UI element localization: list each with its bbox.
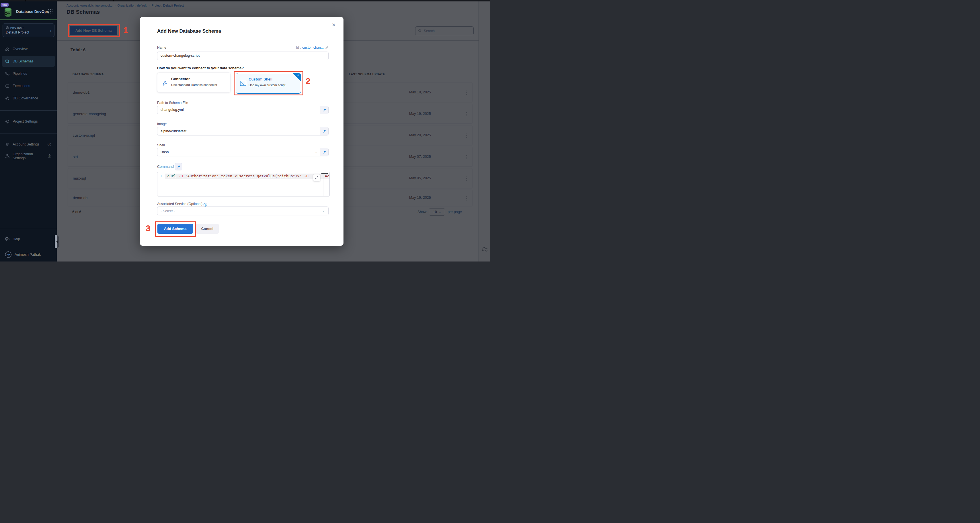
- info-icon: i: [48, 143, 51, 146]
- image-label: Image: [157, 122, 167, 126]
- divider: [0, 110, 57, 111]
- info-icon: i: [204, 203, 207, 206]
- command-code-line: curl -H 'Authorization: token <+secrets.…: [167, 174, 309, 178]
- window-top-strip: [0, 0, 490, 2]
- executions-icon: [5, 84, 10, 88]
- app-window: NEW Database DevOps PROJECT Default Proj…: [0, 0, 490, 262]
- path-label: Path to Schema File: [157, 101, 188, 105]
- annotation-number-step3: 3: [146, 223, 151, 233]
- associated-service-select[interactable]: - Select - ⌄: [157, 206, 329, 216]
- pin-runtime-input-icon[interactable]: [321, 106, 328, 114]
- id-value[interactable]: customchan...: [302, 46, 324, 49]
- shell-label: Shell: [157, 143, 165, 147]
- help-button[interactable]: ? Help: [2, 234, 55, 244]
- db-schema-icon: [5, 59, 10, 63]
- database-devops-logo: [2, 6, 14, 18]
- pin-runtime-input-icon[interactable]: [321, 127, 328, 135]
- cube-icon: [6, 26, 9, 29]
- chevron-down-icon: ⌄: [323, 209, 325, 212]
- connect-question: How do you want to connect to your data …: [157, 66, 244, 70]
- edit-pencil-icon[interactable]: [325, 46, 329, 49]
- annotation-number-step1: 1: [123, 25, 128, 35]
- annotation-box-step3: [155, 222, 196, 237]
- command-label: Command: [157, 165, 174, 169]
- sidebar-item-organization-settings[interactable]: Organization Settings i: [2, 151, 55, 162]
- cancel-button[interactable]: Cancel: [196, 224, 219, 234]
- project-selector[interactable]: PROJECT Default Project ›: [3, 24, 54, 37]
- editor-scrollbar[interactable]: [321, 173, 328, 174]
- sidebar-item-account-settings[interactable]: Account Settings i: [2, 139, 55, 150]
- new-badge: NEW: [1, 3, 9, 6]
- project-name: Default Project: [6, 30, 29, 34]
- governance-gear-icon: [5, 96, 10, 100]
- module-indicator-bar: [0, 19, 57, 21]
- connector-icon: [162, 79, 168, 87]
- settings-gear-icon: [5, 119, 10, 124]
- chevron-right-icon: ›: [50, 29, 51, 33]
- sidebar-item-project-settings[interactable]: Project Settings: [2, 116, 55, 127]
- product-title: Database DevOps: [16, 10, 49, 14]
- divider: [0, 133, 57, 133]
- sidebar: NEW Database DevOps PROJECT Default Proj…: [0, 2, 57, 262]
- user-profile[interactable]: AP Animesh Pathak: [2, 249, 55, 260]
- module-grid-icon[interactable]: [48, 9, 53, 14]
- chevron-down-icon: ⌄: [315, 151, 317, 154]
- connector-card[interactable]: Connector Use standard Harness connector: [157, 73, 231, 92]
- name-input[interactable]: custom-changelog-script: [157, 52, 329, 60]
- add-schema-modal: ✕ Add New Database Schema Name Id : cust…: [140, 17, 344, 246]
- path-input[interactable]: changelog.yml: [157, 106, 329, 114]
- org-tree-icon: [5, 154, 10, 158]
- annotation-box-step2: [234, 71, 303, 95]
- sidebar-item-db-governance[interactable]: DB Governance: [2, 93, 55, 104]
- layers-icon: [5, 143, 10, 147]
- sidebar-item-pipelines[interactable]: Pipelines: [2, 68, 55, 79]
- sidebar-item-db-schemas[interactable]: DB Schemas: [2, 56, 55, 67]
- avatar: AP: [5, 252, 11, 258]
- pin-runtime-input-button[interactable]: [175, 163, 182, 170]
- associated-service-label: Associated Service (Optional)i: [157, 202, 207, 206]
- pipelines-icon: [5, 71, 10, 76]
- name-label: Name: [157, 46, 166, 49]
- info-icon: i: [48, 154, 51, 158]
- command-code-editor[interactable]: 1 curl -H 'Authorization: token <+secret…: [157, 172, 330, 197]
- modal-title: Add New Database Schema: [157, 29, 221, 34]
- clipped-code-text: Acc: [325, 174, 330, 178]
- editor-gutter-line: [323, 172, 323, 197]
- expand-editor-button[interactable]: [313, 174, 320, 181]
- pin-runtime-input-icon[interactable]: [321, 148, 328, 156]
- line-number: 1: [160, 174, 162, 178]
- close-icon[interactable]: ✕: [331, 22, 337, 29]
- shell-select[interactable]: Bash ⌄: [157, 148, 329, 156]
- annotation-box-step1: [68, 24, 120, 37]
- annotation-number-step2: 2: [305, 76, 310, 86]
- brand-header: NEW Database DevOps: [0, 4, 57, 19]
- sidebar-item-executions[interactable]: Executions: [2, 81, 55, 91]
- sidebar-item-overview[interactable]: Overview: [2, 44, 55, 54]
- project-label: PROJECT: [10, 26, 24, 29]
- svg-text:?: ?: [6, 238, 8, 239]
- home-icon: [5, 47, 10, 51]
- help-chat-icon: ?: [5, 237, 10, 241]
- image-input[interactable]: alpine/curl:latest: [157, 127, 329, 135]
- entity-id: Id : customchan...: [296, 46, 329, 49]
- divider: [0, 228, 57, 228]
- user-name: Animesh Pathak: [14, 253, 41, 257]
